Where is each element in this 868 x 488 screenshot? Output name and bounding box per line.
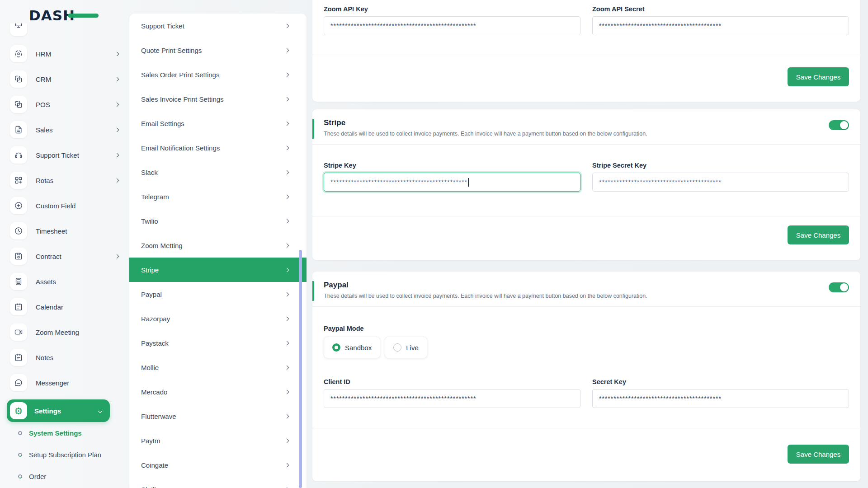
settings-nav-item-mollie[interactable]: Mollie xyxy=(129,355,307,380)
sidebar-item-crm[interactable]: CRM xyxy=(0,70,129,88)
document-icon xyxy=(10,121,27,138)
sidebar-item-contract[interactable]: Contract xyxy=(0,248,129,265)
sidebar-item-custom-field[interactable]: Custom Field xyxy=(0,197,129,214)
settings-nav-item-zoom-metting[interactable]: Zoom Metting xyxy=(129,233,307,258)
sidebar-item-label: Messenger xyxy=(36,379,69,387)
settings-nav-item-paytm[interactable]: Paytm xyxy=(129,428,307,453)
scrollbar-thumb[interactable] xyxy=(299,250,302,488)
ring-bullet-icon xyxy=(17,474,23,479)
stripe-key-group: Stripe Key *****************************… xyxy=(324,162,580,192)
chevron-right-icon xyxy=(285,48,289,52)
sidebar-item-partial[interactable] xyxy=(10,23,27,36)
paypal-settings-card: Paypal These details will be used to col… xyxy=(312,272,860,481)
radio-selected-icon[interactable] xyxy=(332,343,340,352)
stripe-secret-key-input[interactable]: ****************************************… xyxy=(592,173,849,192)
sidebar-item-assets[interactable]: Assets xyxy=(0,273,129,290)
paypal-enabled-toggle[interactable] xyxy=(829,282,849,292)
sidebar-item-rotas[interactable]: Rotas xyxy=(0,172,129,189)
sidebar-item-messenger[interactable]: Messenger xyxy=(0,374,129,391)
paypal-client-id-group: Client ID ******************************… xyxy=(324,378,580,408)
settings-nav-item-skrill[interactable]: Skrill xyxy=(129,477,307,488)
toggle-knob xyxy=(840,121,848,129)
settings-nav-item-paypal[interactable]: Paypal xyxy=(129,282,307,306)
stripe-enabled-toggle[interactable] xyxy=(829,120,849,130)
settings-nav-item-sales-order-print-settings[interactable]: Sales Order Print Settings xyxy=(129,62,307,87)
paypal-mode-sandbox[interactable]: Sandbox xyxy=(324,337,380,358)
sidebar-item-calendar[interactable]: Calendar xyxy=(0,298,129,315)
settings-nav-item-mercado[interactable]: Mercado xyxy=(129,380,307,404)
settings-nav-item-email-settings[interactable]: Email Settings xyxy=(129,111,307,136)
chevron-right-icon xyxy=(115,254,119,258)
chevron-right-icon xyxy=(285,121,289,126)
settings-nav-item-support-ticket[interactable]: Support Ticket xyxy=(129,14,307,38)
ring-bullet-icon xyxy=(17,452,23,458)
zoom-api-secret-input[interactable]: ****************************************… xyxy=(592,16,849,35)
zoom-api-secret-group: Zoom API Secret ************************… xyxy=(592,5,849,35)
sidebar-item-label: Timesheet xyxy=(36,227,67,235)
chevron-right-icon xyxy=(115,178,119,183)
paypal-mode-group: Sandbox Live xyxy=(324,337,849,358)
settings-nav-item-flutterwave[interactable]: Flutterwave xyxy=(129,404,307,428)
sidebar-item-pos[interactable]: POS xyxy=(0,96,129,113)
sidebar-item-notes[interactable]: Notes xyxy=(0,349,129,366)
chevron-right-icon xyxy=(115,153,119,157)
subnav-item-system-settings[interactable]: System Settings xyxy=(0,422,129,444)
save-changes-button[interactable]: Save Changes xyxy=(788,67,849,86)
chevron-right-icon xyxy=(285,145,289,150)
save-changes-button[interactable]: Save Changes xyxy=(788,445,849,464)
system-settings-nav: Support Ticket Quote Print Settings Sale… xyxy=(129,14,307,488)
paypal-mode-live[interactable]: Live xyxy=(385,337,427,358)
chevron-right-icon xyxy=(115,77,119,81)
chevron-right-icon xyxy=(285,219,289,223)
settings-nav-item-quote-print-settings[interactable]: Quote Print Settings xyxy=(129,38,307,62)
zoom-settings-card: Zoom API Key ***************************… xyxy=(312,0,860,102)
client-id-label: Client ID xyxy=(324,378,580,385)
stripe-secret-key-label: Stripe Secret Key xyxy=(592,162,849,169)
partial-icon xyxy=(14,23,23,29)
stripe-secret-key-group: Stripe Secret Key **********************… xyxy=(592,162,849,192)
sidebar-item-zoom-meeting[interactable]: Zoom Meeting xyxy=(0,324,129,341)
settings-nav-item-telegram[interactable]: Telegram xyxy=(129,184,307,209)
settings-nav-item-coingate[interactable]: Coingate xyxy=(129,453,307,477)
settings-nav-item-slack[interactable]: Slack xyxy=(129,160,307,184)
copy-icon xyxy=(10,70,27,88)
chevron-right-icon xyxy=(285,438,289,443)
settings-nav-item-razorpay[interactable]: Razorpay xyxy=(129,306,307,331)
sidebar-item-hrm[interactable]: HRM xyxy=(0,45,129,62)
ring-bullet-icon xyxy=(17,430,23,436)
video-camera-icon xyxy=(10,324,27,341)
paypal-secret-key-group: Secret Key *****************************… xyxy=(592,378,849,408)
sidebar-item-label: Support Ticket xyxy=(36,151,79,159)
settings-nav-item-twilio[interactable]: Twilio xyxy=(129,209,307,233)
settings-nav-item-sales-invoice-print-settings[interactable]: Sales Invoice Print Settings xyxy=(129,87,307,111)
settings-nav-item-stripe[interactable]: Stripe xyxy=(129,258,307,282)
subnav-item-order[interactable]: Order xyxy=(0,465,129,487)
app-logo[interactable]: DASH xyxy=(29,7,75,23)
stripe-key-label: Stripe Key xyxy=(324,162,580,169)
secret-key-input[interactable]: ****************************************… xyxy=(592,389,849,408)
client-id-input[interactable]: ****************************************… xyxy=(324,389,580,408)
stripe-key-input[interactable]: ****************************************… xyxy=(324,173,580,192)
sidebar-item-label: HRM xyxy=(36,50,51,58)
subnav-item-setup-subscription-plan[interactable]: Setup Subscription Plan xyxy=(0,444,129,465)
copy-icon xyxy=(10,96,27,113)
settings-nav-item-email-notification-settings[interactable]: Email Notification Settings xyxy=(129,136,307,160)
zoom-api-key-group: Zoom API Key ***************************… xyxy=(324,5,580,35)
chevron-right-icon xyxy=(115,102,119,107)
sidebar-item-label: Calendar xyxy=(36,303,63,311)
sidebar-item-label: Assets xyxy=(36,278,56,286)
sidebar-item-timesheet[interactable]: Timesheet xyxy=(0,222,129,239)
sidebar-item-sales[interactable]: Sales xyxy=(0,121,129,138)
chevron-right-icon xyxy=(285,72,289,77)
paypal-card-title: Paypal xyxy=(324,281,849,290)
headset-icon xyxy=(10,146,27,164)
sidebar-item-label: Sales xyxy=(36,126,53,134)
sidebar-item-support-ticket[interactable]: Support Ticket xyxy=(0,146,129,164)
save-changes-button[interactable]: Save Changes xyxy=(788,225,849,244)
zoom-api-key-input[interactable]: ****************************************… xyxy=(324,16,580,35)
paypal-mode-label: Paypal Mode xyxy=(324,325,849,332)
settings-nav-item-paystack[interactable]: Paystack xyxy=(129,331,307,355)
primary-nav: HRM CRM POS Sales Support Ticket Rotas xyxy=(0,45,129,399)
radio-unselected-icon[interactable] xyxy=(393,343,401,352)
sidebar-item-settings[interactable]: ⚙ Settings xyxy=(7,399,110,422)
